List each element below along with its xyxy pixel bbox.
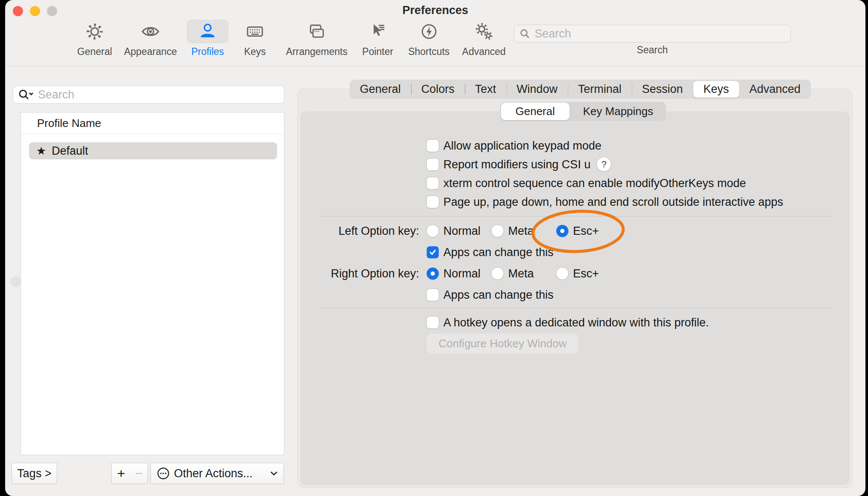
toolbar-search-input[interactable] xyxy=(535,27,785,40)
search-icon xyxy=(519,28,530,39)
profile-tabs: General Colors Text Window Terminal Sess… xyxy=(350,80,811,99)
toolbar-divider xyxy=(5,66,865,66)
tab-keys[interactable]: Keys xyxy=(693,81,739,98)
checkbox-row: A hotkey opens a dedicated window with t… xyxy=(427,315,709,330)
section-divider xyxy=(321,308,831,309)
profile-name: Default xyxy=(52,144,88,158)
configure-hotkey-window-button[interactable]: Configure Hotkey Window xyxy=(426,333,579,354)
radio-icon[interactable] xyxy=(492,225,503,237)
right-option-esc[interactable]: Esc+ xyxy=(556,266,599,281)
checkmark-icon xyxy=(428,248,437,257)
left-option-normal[interactable]: Normal xyxy=(427,224,480,238)
preferences-window: Preferences General Appearance Profiles xyxy=(5,0,865,496)
windows-icon xyxy=(307,22,327,41)
checkbox-row: Apps can change this xyxy=(427,245,553,260)
gears-icon xyxy=(474,22,494,41)
profile-search-input[interactable] xyxy=(38,88,280,101)
window-title: Preferences xyxy=(5,4,865,17)
toolbar-item-appearance[interactable]: Appearance xyxy=(124,20,177,58)
subtab-general[interactable]: General xyxy=(501,103,570,120)
radio-icon[interactable] xyxy=(492,268,503,280)
left-option-label: Left Option key: xyxy=(244,224,419,238)
radio-icon[interactable] xyxy=(556,225,568,237)
tab-advanced[interactable]: Advanced xyxy=(739,80,811,99)
toolbar-item-advanced[interactable]: Advanced xyxy=(462,20,506,58)
keys-subtabs: General Key Mappings xyxy=(500,102,666,121)
tab-general[interactable]: General xyxy=(350,80,411,99)
right-option-label: Right Option key: xyxy=(244,266,419,281)
section-divider xyxy=(321,216,831,216)
left-option-esc[interactable]: Esc+ xyxy=(556,224,599,238)
profile-row-default[interactable]: ★ Default xyxy=(29,142,277,159)
search-filter-icon xyxy=(17,87,35,102)
csi-u-checkbox[interactable] xyxy=(427,159,439,170)
tags-button[interactable]: Tags > xyxy=(12,463,57,484)
profile-list: Profile Name ★ Default xyxy=(20,112,284,455)
eye-icon xyxy=(141,22,160,41)
tab-terminal[interactable]: Terminal xyxy=(568,80,632,99)
toolbar-item-general[interactable]: General xyxy=(77,20,112,58)
tab-text[interactable]: Text xyxy=(465,80,506,99)
profile-list-header: Profile Name xyxy=(21,112,284,134)
other-actions-dropdown[interactable]: Other Actions... xyxy=(150,463,284,484)
tab-colors[interactable]: Colors xyxy=(411,80,465,99)
tab-session[interactable]: Session xyxy=(632,80,693,99)
profile-search-field[interactable] xyxy=(13,86,284,104)
ellipsis-circle-icon xyxy=(157,467,170,480)
remove-profile-button[interactable]: − xyxy=(130,463,148,484)
hotkey-window-checkbox[interactable] xyxy=(427,317,439,329)
checkbox-row: xterm control sequence can enable modify… xyxy=(427,176,746,190)
gear-icon xyxy=(85,22,104,41)
left-option-meta[interactable]: Meta xyxy=(492,224,534,238)
right-option-meta[interactable]: Meta xyxy=(492,266,534,281)
checkbox-row: Apps can change this xyxy=(427,288,553,302)
keyboard-icon xyxy=(245,22,265,41)
person-icon xyxy=(198,22,217,41)
right-option-normal[interactable]: Normal xyxy=(427,266,480,281)
tab-window[interactable]: Window xyxy=(506,80,568,99)
toolbar-search-field[interactable] xyxy=(514,25,791,43)
modify-other-keys-checkbox[interactable] xyxy=(427,177,439,189)
subtab-key-mappings[interactable]: Key Mappings xyxy=(570,102,666,121)
toolbar-item-profiles[interactable]: Profiles xyxy=(187,20,229,58)
toolbar-item-pointer[interactable]: Pointer xyxy=(362,20,393,58)
checkbox-row: Page up, page down, home and end scroll … xyxy=(427,195,783,209)
toolbar-search-label: Search xyxy=(514,44,791,56)
splitter-handle[interactable] xyxy=(10,276,21,287)
star-icon: ★ xyxy=(36,145,46,156)
add-profile-button[interactable]: + xyxy=(111,463,131,484)
toolbar: General Appearance Profiles Keys xyxy=(5,20,865,62)
checkbox-row: Allow application keypad mode xyxy=(427,138,602,153)
radio-icon[interactable] xyxy=(556,268,568,280)
scroll-outside-apps-checkbox[interactable] xyxy=(427,196,439,208)
lightning-icon xyxy=(419,22,439,41)
checkbox-row: Report modifiers using CSI u xyxy=(427,157,590,172)
radio-icon[interactable] xyxy=(427,268,439,280)
toolbar-item-arrangements[interactable]: Arrangements xyxy=(286,20,347,58)
help-button[interactable]: ? xyxy=(597,157,611,171)
toolbar-item-keys[interactable]: Keys xyxy=(239,20,271,58)
cursor-icon xyxy=(368,22,388,41)
allow-keypad-checkbox[interactable] xyxy=(427,140,439,152)
left-apps-can-change-checkbox[interactable] xyxy=(427,246,439,258)
other-actions-label: Other Actions... xyxy=(174,467,266,480)
radio-icon[interactable] xyxy=(427,225,439,237)
chevron-down-icon xyxy=(270,471,278,476)
right-apps-can-change-checkbox[interactable] xyxy=(427,289,439,301)
toolbar-item-shortcuts[interactable]: Shortcuts xyxy=(408,20,449,58)
